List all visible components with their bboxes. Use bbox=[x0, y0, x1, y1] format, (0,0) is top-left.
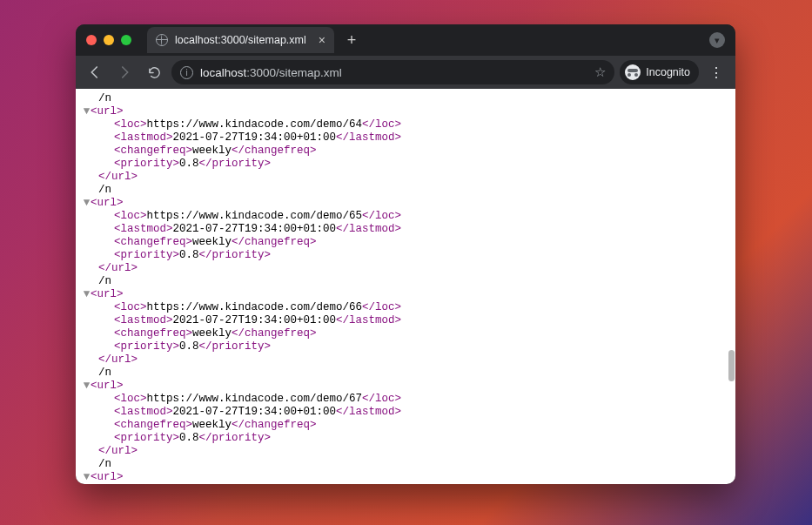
back-button[interactable] bbox=[83, 60, 107, 84]
incognito-label: Incognito bbox=[646, 66, 690, 78]
xml-tree: /n▼<url><loc>https://www.kindacode.com/d… bbox=[83, 92, 734, 484]
new-tab-button[interactable]: + bbox=[341, 30, 362, 50]
close-window-button[interactable] bbox=[86, 35, 97, 45]
xml-line: /n bbox=[83, 367, 734, 380]
reload-icon bbox=[147, 65, 162, 80]
xml-line: </url> bbox=[83, 262, 734, 275]
xml-line: ▼<url> bbox=[83, 471, 734, 484]
minimize-window-button[interactable] bbox=[104, 35, 114, 45]
xml-line: <lastmod>2021-07-27T19:34:00+01:00</last… bbox=[83, 406, 734, 419]
xml-line: <priority>0.8</priority> bbox=[83, 432, 734, 445]
xml-line: </url> bbox=[83, 353, 734, 367]
xml-line: ▼<url> bbox=[83, 288, 734, 301]
xml-line: /n bbox=[83, 275, 734, 288]
bookmark-star-icon[interactable]: ☆ bbox=[594, 64, 606, 80]
arrow-left-icon bbox=[87, 64, 103, 80]
address-bar[interactable]: i localhost:3000/sitemap.xml ☆ bbox=[171, 60, 614, 84]
xml-line: ▼<url> bbox=[83, 197, 734, 210]
fullscreen-window-button[interactable] bbox=[121, 35, 131, 45]
browser-window: localhost:3000/sitemap.xml × + ▾ i local… bbox=[76, 24, 735, 484]
xml-line: <lastmod>2021-07-27T19:34:00+01:00</last… bbox=[83, 314, 734, 327]
close-tab-button[interactable]: × bbox=[319, 33, 325, 47]
xml-line: <priority>0.8</priority> bbox=[83, 158, 734, 171]
url-text: localhost:3000/sitemap.xml bbox=[200, 66, 587, 79]
xml-line: <loc>https://www.kindacode.com/demo/66</… bbox=[83, 301, 734, 314]
xml-line: /n bbox=[83, 184, 734, 197]
xml-line: <priority>0.8</priority> bbox=[83, 340, 734, 353]
tab-strip: localhost:3000/sitemap.xml × + ▾ bbox=[76, 24, 735, 56]
arrow-right-icon bbox=[117, 64, 132, 80]
incognito-icon bbox=[625, 64, 641, 80]
xml-line: <loc>https://www.kindacode.com/demo/67</… bbox=[83, 393, 734, 406]
xml-line: <changefreq>weekly</changefreq> bbox=[83, 236, 734, 249]
scrollbar-thumb[interactable] bbox=[728, 350, 735, 381]
xml-line: </url> bbox=[83, 445, 734, 458]
xml-line: ▼<url> bbox=[83, 380, 734, 393]
tab-title: localhost:3000/sitemap.xml bbox=[175, 34, 306, 46]
url-path: :3000/sitemap.xml bbox=[246, 66, 342, 79]
xml-line: <changefreq>weekly</changefreq> bbox=[83, 145, 734, 158]
tab-search-button[interactable]: ▾ bbox=[709, 32, 725, 48]
xml-line: <loc>https://www.kindacode.com/demo/64</… bbox=[83, 118, 734, 131]
xml-line: <priority>0.8</priority> bbox=[83, 249, 734, 262]
overflow-menu-button[interactable]: ⋮ bbox=[704, 60, 728, 84]
xml-line: ▼<url> bbox=[83, 105, 734, 118]
xml-line: <loc>https://www.kindacode.com/demo/65</… bbox=[83, 210, 734, 223]
page-content[interactable]: /n▼<url><loc>https://www.kindacode.com/d… bbox=[76, 89, 735, 484]
incognito-badge[interactable]: Incognito bbox=[620, 60, 699, 84]
xml-line: <lastmod>2021-07-27T19:34:00+01:00</last… bbox=[83, 131, 734, 145]
url-host: localhost bbox=[200, 66, 246, 79]
site-info-icon[interactable]: i bbox=[180, 66, 193, 79]
globe-icon bbox=[156, 34, 168, 46]
toolbar: i localhost:3000/sitemap.xml ☆ Incognito… bbox=[76, 56, 735, 89]
xml-line: <lastmod>2021-07-27T19:34:00+01:00</last… bbox=[83, 223, 734, 236]
reload-button[interactable] bbox=[142, 60, 166, 84]
xml-line: <changefreq>weekly</changefreq> bbox=[83, 327, 734, 340]
xml-line: /n bbox=[83, 458, 734, 471]
xml-line: <changefreq>weekly</changefreq> bbox=[83, 419, 734, 432]
forward-button[interactable] bbox=[112, 60, 137, 84]
xml-line: </url> bbox=[83, 171, 734, 184]
xml-line: /n bbox=[83, 92, 734, 105]
window-controls bbox=[86, 35, 140, 45]
browser-tab[interactable]: localhost:3000/sitemap.xml × bbox=[147, 27, 334, 53]
